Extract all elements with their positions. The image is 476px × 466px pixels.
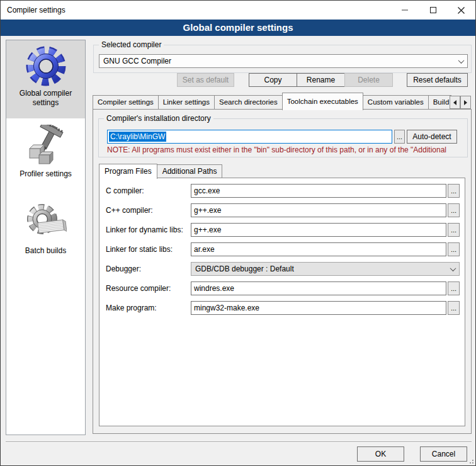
caliper-icon: [25, 125, 67, 169]
minimize-icon: [402, 9, 408, 11]
tab-toolchain-executables[interactable]: Toolchain executables: [282, 93, 363, 110]
resource-compiler-browse-button[interactable]: ...: [448, 281, 460, 295]
set-as-default-button[interactable]: Set as default: [177, 73, 234, 87]
make-program-browse-button[interactable]: ...: [448, 301, 460, 315]
dynamic-linker-input[interactable]: [191, 223, 446, 237]
program-files-page: C compiler: ... C++ compiler: ... Linker…: [99, 178, 465, 426]
tab-program-files[interactable]: Program Files: [99, 164, 157, 179]
tab-scroll-right-icon: [464, 100, 467, 105]
tab-custom-variables[interactable]: Custom variables: [363, 95, 429, 110]
field-label: Linker for static libs:: [106, 242, 173, 256]
static-linker-input[interactable]: [191, 242, 446, 256]
installation-directory-browse-button[interactable]: ...: [394, 130, 405, 144]
field-label: Make program:: [106, 301, 157, 315]
compiler-select-value: GNU GCC Compiler: [103, 57, 171, 65]
installation-directory-input[interactable]: C:\raylib\MinGW: [107, 130, 392, 144]
tab-additional-paths[interactable]: Additional Paths: [157, 164, 223, 178]
maximize-icon: [430, 7, 436, 13]
toolchain-executables-page: Compiler's installation directory C:\ray…: [93, 109, 472, 434]
installation-directory-group-label: Compiler's installation directory: [104, 114, 213, 123]
program-files-tab-strip: Program Files Additional Paths: [99, 163, 222, 178]
selected-compiler-group: Selected compiler GNU GCC Compiler: [93, 45, 472, 73]
resource-compiler-input[interactable]: [191, 281, 446, 295]
static-linker-browse-button[interactable]: ...: [448, 242, 460, 256]
page-title: Global compiler settings: [1, 20, 475, 36]
installation-directory-selected-text: C:\raylib\MinGW: [109, 132, 166, 142]
delete-button[interactable]: Delete: [344, 73, 393, 87]
cpp-compiler-input[interactable]: [191, 203, 446, 217]
cpp-compiler-browse-button[interactable]: ...: [448, 203, 460, 217]
title-bar: Compiler settings: [1, 1, 475, 20]
cancel-button[interactable]: Cancel: [420, 446, 467, 462]
field-label: C++ compiler:: [106, 203, 153, 217]
rename-button[interactable]: Rename: [297, 73, 345, 87]
tab-compiler-settings[interactable]: Compiler settings: [93, 95, 159, 110]
copy-button[interactable]: Copy: [249, 73, 297, 87]
c-compiler-input[interactable]: [191, 184, 446, 198]
debugger-select-value: GDB/CDB debugger : Default: [195, 264, 294, 273]
selected-compiler-group-label: Selected compiler: [99, 40, 164, 50]
sidebar-item-label: Global compiler settings: [6, 89, 85, 108]
settings-tab-strip: Compiler settings Linker settings Search…: [93, 92, 451, 110]
ok-button[interactable]: OK: [357, 446, 404, 462]
tab-scroll-left-icon: [453, 100, 456, 105]
make-program-input[interactable]: [191, 301, 446, 315]
tab-search-directories[interactable]: Search directories: [214, 95, 283, 110]
chevron-down-icon: [450, 265, 456, 271]
blue-gear-icon: [25, 45, 67, 89]
tab-build-options[interactable]: Build: [428, 95, 451, 110]
tab-linker-settings[interactable]: Linker settings: [158, 95, 215, 110]
field-label: Resource compiler:: [106, 281, 171, 295]
chevron-down-icon: [458, 57, 465, 64]
close-button[interactable]: [447, 1, 475, 20]
sidebar-item-label: Profiler settings: [17, 169, 74, 179]
tab-scroll-right-button[interactable]: [460, 96, 471, 109]
field-label: Linker for dynamic libs:: [106, 223, 183, 237]
sidebar-item-profiler-settings[interactable]: Profiler settings: [6, 120, 85, 193]
tab-scroll-left-button[interactable]: [450, 96, 460, 109]
compiler-settings-dialog: Compiler settings Global compiler settin…: [0, 0, 476, 466]
debugger-select[interactable]: GDB/CDB debugger : Default: [191, 262, 460, 276]
field-label: C compiler:: [106, 184, 144, 198]
field-label: Debugger:: [106, 262, 141, 276]
resize-grip[interactable]: [467, 457, 473, 463]
maximize-button[interactable]: [419, 1, 447, 20]
sidebar-item-label: Batch builds: [23, 246, 69, 256]
caption-buttons: [390, 1, 475, 20]
installation-directory-group: Compiler's installation directory C:\ray…: [98, 118, 468, 157]
minimize-button[interactable]: [390, 1, 419, 20]
compiler-select[interactable]: GNU GCC Compiler: [99, 54, 468, 68]
window-title: Compiler settings: [1, 6, 65, 14]
auto-detect-button[interactable]: Auto-detect: [407, 130, 457, 144]
sidebar-item-batch-builds[interactable]: Batch builds: [6, 198, 85, 268]
close-icon: [458, 7, 465, 14]
reset-defaults-button[interactable]: Reset defaults: [407, 73, 468, 87]
dynamic-linker-browse-button[interactable]: ...: [448, 223, 460, 237]
c-compiler-browse-button[interactable]: ...: [448, 184, 460, 198]
sidebar-item-global-compiler-settings[interactable]: Global compiler settings: [6, 40, 85, 118]
installation-note: NOTE: All programs must exist either in …: [107, 145, 467, 154]
gray-gear-stack-icon: [25, 203, 67, 246]
settings-category-list: Global compiler settings: [6, 40, 86, 435]
footer-divider: [6, 441, 472, 443]
